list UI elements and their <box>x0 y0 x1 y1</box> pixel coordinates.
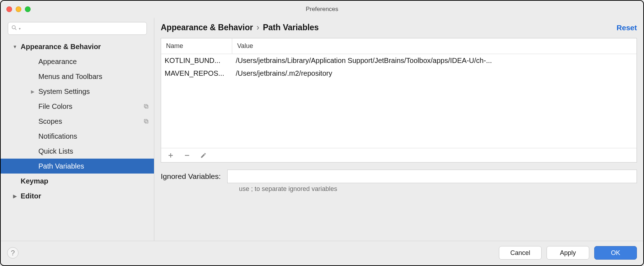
sidebar-item-label: Appearance <box>38 58 77 66</box>
ignored-variables-input[interactable] <box>227 170 637 183</box>
disclosure-right-icon[interactable]: ▶ <box>11 193 18 199</box>
reset-link[interactable]: Reset <box>617 23 637 32</box>
column-header-value[interactable]: Value <box>232 42 637 50</box>
sidebar-item-label: Quick Lists <box>38 147 73 155</box>
column-header-name[interactable]: Name <box>161 38 232 54</box>
ignored-variables-label: Ignored Variables: <box>161 172 221 181</box>
window-controls <box>6 6 31 12</box>
svg-line-1 <box>15 28 16 30</box>
preferences-window: Preferences ▾ ▼Appearance & BehaviorAppe… <box>0 0 644 266</box>
sidebar-item-label: System Settings <box>38 87 90 96</box>
svg-point-0 <box>12 26 15 29</box>
sidebar-item-label: Path Variables <box>38 162 84 170</box>
svg-rect-2 <box>145 105 148 108</box>
disclosure-down-icon[interactable]: ▼ <box>11 44 18 49</box>
sidebar-item-label: Appearance & Behavior <box>21 43 101 51</box>
table-body: KOTLIN_BUND.../Users/jetbrains/Library/A… <box>161 54 637 148</box>
footer: ? Cancel Apply OK <box>1 241 643 265</box>
path-variables-table: Name Value KOTLIN_BUND.../Users/jetbrain… <box>161 38 637 163</box>
remove-button[interactable] <box>184 152 190 159</box>
edit-button[interactable] <box>200 152 207 159</box>
ignored-variables-row: Ignored Variables: <box>161 170 637 183</box>
svg-rect-3 <box>144 105 147 107</box>
table-row[interactable]: MAVEN_REPOS.../Users/jetbrains/.m2/repos… <box>161 67 637 80</box>
breadcrumb: Appearance & Behavior › Path Variables <box>161 23 319 32</box>
zoom-window-button[interactable] <box>25 6 31 12</box>
sidebar-item-file-colors[interactable]: File Colors <box>1 99 154 114</box>
sidebar-item-path-variables[interactable]: Path Variables <box>1 159 154 174</box>
table-row[interactable]: KOTLIN_BUND.../Users/jetbrains/Library/A… <box>161 54 637 67</box>
help-button[interactable]: ? <box>7 247 18 259</box>
settings-tree: ▼Appearance & BehaviorAppearanceMenus an… <box>1 39 154 241</box>
breadcrumb-current: Path Variables <box>263 23 319 32</box>
cell-value: /Users/jetbrains/.m2/repository <box>232 69 637 78</box>
sidebar: ▾ ▼Appearance & BehaviorAppearanceMenus … <box>1 18 154 241</box>
close-window-button[interactable] <box>6 6 12 12</box>
ignored-variables-hint: use ; to separate ignored variables <box>239 185 637 193</box>
sidebar-item-label: Notifications <box>38 132 77 140</box>
scope-project-icon <box>143 103 149 109</box>
search-box[interactable]: ▾ <box>8 22 147 35</box>
sidebar-item-label: File Colors <box>38 102 73 111</box>
search-icon <box>11 25 17 32</box>
cell-name: MAVEN_REPOS... <box>161 69 232 78</box>
search-history-chevron-icon[interactable]: ▾ <box>19 27 21 31</box>
ok-button[interactable]: OK <box>594 246 637 260</box>
sidebar-item-label: Keymap <box>21 177 48 185</box>
apply-button[interactable]: Apply <box>547 246 589 260</box>
titlebar: Preferences <box>1 1 643 18</box>
add-button[interactable] <box>167 152 174 159</box>
search-input[interactable] <box>22 26 144 32</box>
sidebar-item-appearance[interactable]: Appearance <box>1 54 154 69</box>
cell-value: /Users/jetbrains/Library/Application Sup… <box>232 57 637 65</box>
main-panel: Appearance & Behavior › Path Variables R… <box>154 18 643 241</box>
window-title: Preferences <box>306 6 339 13</box>
sidebar-item-label: Scopes <box>38 117 62 126</box>
cancel-button[interactable]: Cancel <box>499 246 542 260</box>
sidebar-item-notifications[interactable]: Notifications <box>1 129 154 144</box>
breadcrumb-parent: Appearance & Behavior <box>161 23 253 32</box>
svg-rect-5 <box>144 119 147 122</box>
table-toolbar <box>161 148 637 162</box>
sidebar-item-appearance-behavior[interactable]: ▼Appearance & Behavior <box>1 39 154 54</box>
sidebar-item-label: Menus and Toolbars <box>38 73 102 81</box>
sidebar-item-menus-and-toolbars[interactable]: Menus and Toolbars <box>1 69 154 84</box>
sidebar-item-system-settings[interactable]: ▶System Settings <box>1 84 154 99</box>
sidebar-item-keymap[interactable]: Keymap <box>1 174 154 188</box>
svg-rect-4 <box>145 120 148 123</box>
breadcrumb-row: Appearance & Behavior › Path Variables R… <box>161 23 637 32</box>
breadcrumb-separator-icon: › <box>256 23 259 32</box>
cell-name: KOTLIN_BUND... <box>161 57 232 65</box>
sidebar-item-quick-lists[interactable]: Quick Lists <box>1 144 154 159</box>
sidebar-item-scopes[interactable]: Scopes <box>1 114 154 129</box>
table-header: Name Value <box>161 38 637 54</box>
sidebar-item-label: Editor <box>21 192 41 200</box>
sidebar-item-editor[interactable]: ▶Editor <box>1 188 154 203</box>
disclosure-right-icon[interactable]: ▶ <box>29 89 36 94</box>
scope-project-icon <box>143 118 149 124</box>
minimize-window-button[interactable] <box>16 6 21 12</box>
